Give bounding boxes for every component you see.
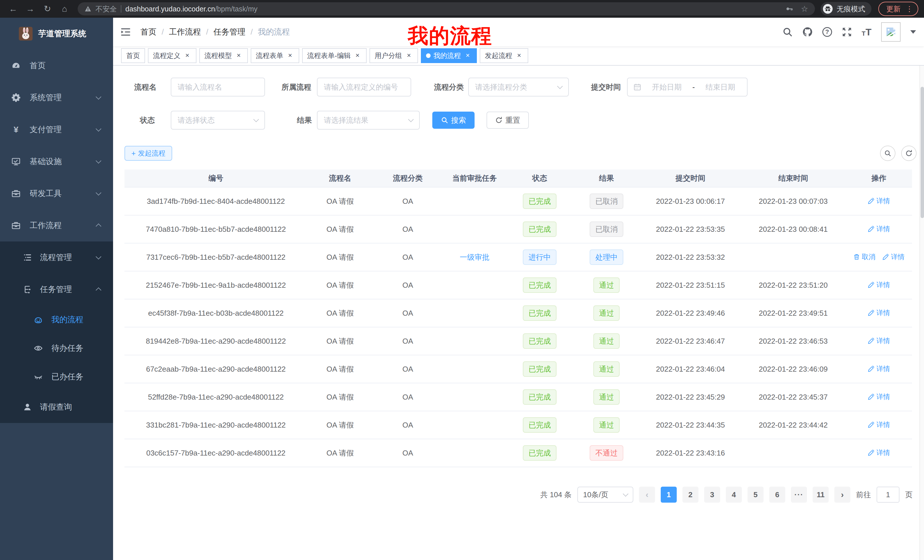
tab-start-process[interactable]: 发起流程×: [480, 48, 528, 63]
row-action-detail[interactable]: 详情: [868, 364, 890, 373]
row-action-detail[interactable]: 详情: [868, 336, 890, 345]
row-action-detail[interactable]: 详情: [882, 252, 904, 262]
sidebar-item-my-process[interactable]: 我的流程: [0, 305, 113, 334]
sidebar-item-dev-tools[interactable]: 研发工具: [0, 178, 113, 210]
update-button[interactable]: 更新 ⋮: [878, 2, 918, 16]
close-icon[interactable]: ×: [183, 52, 191, 60]
category-select[interactable]: 请选择流程分类: [468, 78, 569, 96]
column-header: 流程分类: [373, 169, 442, 187]
page-button-2[interactable]: 2: [682, 487, 698, 503]
row-action-detail[interactable]: 详情: [868, 448, 890, 457]
page-button-6[interactable]: 6: [769, 487, 785, 503]
next-page-button[interactable]: ›: [834, 487, 850, 503]
search-button[interactable]: 搜索: [432, 112, 475, 129]
page-button-4[interactable]: 4: [726, 487, 742, 503]
tab-user-group[interactable]: 用户分组×: [369, 48, 418, 63]
avatar[interactable]: [881, 22, 901, 42]
row-action-detail[interactable]: 详情: [868, 196, 890, 205]
close-icon[interactable]: ×: [405, 52, 413, 60]
page-scrollbar[interactable]: [920, 35, 924, 560]
sidebar-item-payment[interactable]: ¥支付管理: [0, 114, 113, 145]
current-task-link[interactable]: 一级审批: [460, 253, 489, 262]
reset-button[interactable]: 重置: [486, 112, 529, 129]
tab-process-definition[interactable]: 流程定义×: [148, 48, 196, 63]
browser-back-icon[interactable]: ←: [6, 0, 21, 18]
page-button-1[interactable]: 1: [661, 487, 677, 503]
process-id: 67c2eaab-7b9a-11ec-a290-acde48001122: [146, 365, 285, 373]
font-size-icon[interactable]: TT: [862, 27, 872, 37]
tab-home[interactable]: 首页: [121, 48, 145, 63]
sidebar-item-workflow[interactable]: 工作流程: [0, 210, 113, 241]
tab-process-model[interactable]: 流程模型×: [199, 48, 248, 63]
submit-time-range-input[interactable]: 开始日期 - 结束日期: [627, 78, 747, 96]
sidebar-item-label: 工作流程: [30, 220, 62, 231]
chevron-down-icon[interactable]: [910, 30, 916, 34]
fullscreen-icon[interactable]: [842, 27, 852, 37]
help-icon[interactable]: ?: [822, 27, 832, 37]
yen-icon: ¥: [11, 125, 21, 134]
more-pages-button[interactable]: ···: [791, 487, 807, 503]
breadcrumb-item-home[interactable]: 首页: [141, 27, 156, 37]
sidebar-item-todo-tasks[interactable]: 待办任务: [0, 334, 113, 362]
tab-label: 流程表单: [256, 51, 283, 60]
page-button-11[interactable]: 11: [813, 487, 829, 503]
table-row: 67c2eaab-7b9a-11ec-a290-acde48001122OA 请…: [124, 355, 912, 383]
sidebar-item-leave-query[interactable]: 请假查询: [0, 391, 113, 423]
table-search-icon[interactable]: [880, 145, 896, 161]
breadcrumb-current: 我的流程: [258, 27, 290, 37]
goto-page-input[interactable]: 1: [877, 487, 900, 503]
browser-menu-icon[interactable]: ⋮: [906, 5, 913, 13]
browser-reload-icon[interactable]: ↻: [40, 0, 55, 18]
page-button-3[interactable]: 3: [704, 487, 720, 503]
flow-list-icon: [23, 253, 32, 262]
row-action-cancel[interactable]: 取消: [853, 252, 876, 262]
close-icon[interactable]: ×: [354, 52, 362, 60]
app-logo[interactable]: 芋道管理系统: [0, 18, 113, 49]
page-size-select[interactable]: 10条/页: [578, 487, 633, 503]
tab-my-process[interactable]: 我的流程×: [421, 48, 477, 63]
bookmark-star-icon[interactable]: ☆: [801, 4, 808, 14]
row-action-detail[interactable]: 详情: [868, 225, 890, 234]
row-action-detail[interactable]: 详情: [868, 392, 890, 401]
github-icon[interactable]: [802, 27, 813, 37]
sidebar-item-done-tasks[interactable]: 已办任务: [0, 362, 113, 391]
breadcrumb-item-task-management[interactable]: 任务管理: [214, 27, 246, 37]
tab-process-form[interactable]: 流程表单×: [251, 48, 299, 63]
process-id: 2152467e-7b9b-11ec-9a1b-acde48001122: [146, 281, 286, 289]
result-select[interactable]: 请选择流结果: [317, 111, 420, 130]
status-select[interactable]: 请选择状态: [171, 111, 265, 130]
sidebar-item-home[interactable]: 首页: [0, 49, 113, 82]
tab-process-form-edit[interactable]: 流程表单-编辑×: [302, 48, 367, 63]
browser-home-icon[interactable]: ⌂: [57, 0, 72, 18]
browser-forward-icon[interactable]: →: [23, 0, 38, 18]
scrollbar-thumb[interactable]: [921, 87, 924, 218]
close-icon[interactable]: ×: [464, 52, 472, 60]
sidebar-collapse-icon[interactable]: [120, 26, 131, 38]
process-name-input[interactable]: 请输入流程名: [171, 78, 265, 96]
sidebar-item-system[interactable]: 系统管理: [0, 82, 113, 114]
close-icon[interactable]: ×: [286, 52, 294, 60]
create-process-button[interactable]: + 发起流程: [124, 146, 172, 161]
close-icon[interactable]: ×: [235, 52, 243, 60]
url-text: dashboard.yudao.iocoder.cn/bpm/task/my: [125, 5, 258, 13]
parent-process-input[interactable]: 请输入流程定义的编号: [317, 78, 411, 96]
sidebar-item-process-management[interactable]: 流程管理: [0, 241, 113, 273]
prev-page-button[interactable]: ‹: [639, 487, 655, 503]
page-button-5[interactable]: 5: [747, 487, 764, 503]
sidebar-item-infrastructure[interactable]: 基础设施: [0, 145, 113, 178]
password-key-icon[interactable]: [786, 5, 794, 13]
address-bar[interactable]: 不安全 dashboard.yudao.iocoder.cn/bpm/task/…: [78, 2, 815, 15]
tab-label: 流程表单-编辑: [307, 51, 351, 60]
org-icon: [23, 285, 32, 294]
breadcrumb-item-workflow[interactable]: 工作流程: [169, 27, 201, 37]
row-action-detail[interactable]: 详情: [868, 308, 890, 317]
close-icon[interactable]: ×: [515, 52, 523, 60]
table-refresh-icon[interactable]: [901, 145, 916, 161]
row-action-detail[interactable]: 详情: [868, 280, 890, 289]
row-action-detail[interactable]: 详情: [868, 420, 890, 429]
sidebar-item-task-management[interactable]: 任务管理: [0, 273, 113, 305]
status-badge: 进行中: [523, 250, 556, 265]
search-icon[interactable]: [782, 27, 793, 37]
result-badge: 通过: [593, 417, 620, 433]
divider: [121, 5, 122, 13]
